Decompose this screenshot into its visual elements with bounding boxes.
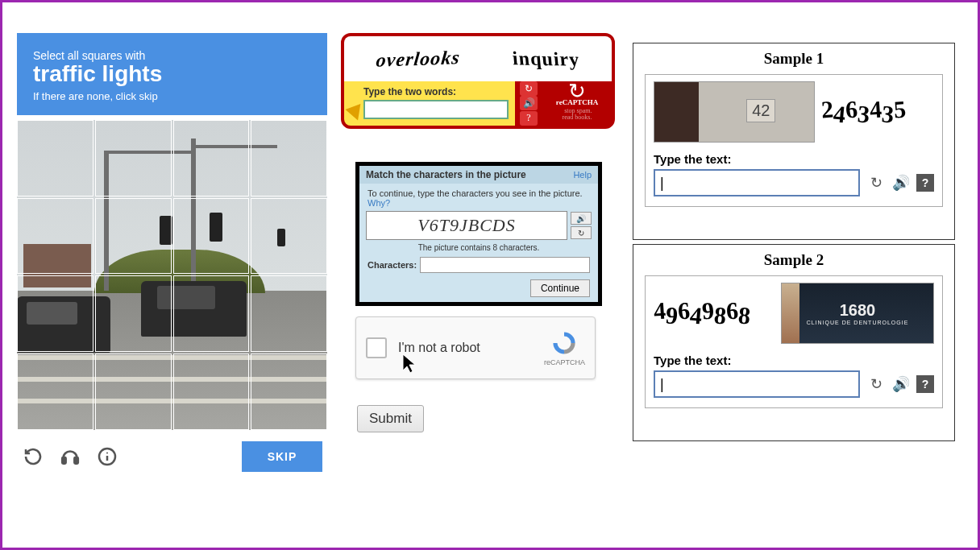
sample-title: Sample 2 [633,245,954,275]
match-title: Match the characters in the picture [366,169,526,180]
audio-icon[interactable]: 🔊 [892,174,908,192]
recaptcha-brand: reCAPTCHA [544,329,585,366]
sign-number: 1680 [840,301,876,320]
grid-captcha-header: Select all squares with traffic lights I… [17,33,327,115]
grid-body [17,120,327,430]
characters-label: Characters: [368,260,417,270]
image-grid-captcha: Select all squares with traffic lights I… [17,33,327,472]
classic-icon-column: ↻ 🔊 ? [515,81,542,126]
recaptcha-brand-name: reCAPTCHA [556,98,598,106]
grid-cell[interactable] [173,198,250,275]
refresh-icon[interactable]: ↻ [868,174,884,192]
captcha-word-1: overlooks [376,47,462,72]
match-captcha-image: V6T9JBCDS [366,211,567,240]
classic-prompt: Type the two words: [363,86,509,97]
classic-recaptcha-bottom: Type the two words: ↻ 🔊 ? ↻ reCAPTCHA st… [344,81,612,126]
classic-input-area: Type the two words: [344,81,515,126]
continue-button[interactable]: Continue [530,279,590,297]
grid-target: traffic lights [33,62,311,87]
grid-cell[interactable] [173,354,250,430]
house-number-photo [654,81,815,143]
refresh-icon[interactable]: ↻ [520,81,538,96]
type-text-label: Type the text: [654,147,934,169]
grid-cell[interactable] [95,198,172,275]
refresh-icon[interactable]: ↻ [868,375,884,393]
characters-input[interactable] [420,257,590,273]
grid-instruction-line3: If there are none, click skip [33,90,311,102]
audio-icon[interactable]: 🔊 [892,375,908,393]
svg-rect-1 [74,457,77,464]
captcha-number-image: 2463435 [821,98,934,126]
street-sign-photo: 1680 CLINIQUE DE DENTUROLOGIE [781,283,934,344]
grid-cell[interactable] [251,354,327,430]
match-hint: The picture contains 8 characters. [359,242,598,257]
grid-cell[interactable] [95,275,172,352]
grid-cell[interactable] [173,275,250,352]
sample1-text-input[interactable] [654,169,860,196]
submit-button[interactable]: Submit [357,405,424,432]
svg-rect-0 [62,457,65,464]
grid-cell[interactable] [95,354,172,430]
sample2-text-input[interactable] [654,370,860,398]
audio-icon[interactable]: 🔊 [571,212,592,225]
why-link[interactable]: Why? [368,198,390,208]
type-text-label: Type the text: [654,349,934,370]
grid-cell[interactable] [95,120,172,196]
recaptcha-brand: ↻ reCAPTCHA stop spam. read books. [542,81,612,126]
match-instruction: To continue, type the characters you see… [359,184,598,209]
help-icon[interactable]: ? [916,174,934,192]
classic-input[interactable] [363,100,509,119]
sample-captcha-2: Sample 2 49649868 1680 CLINIQUE DE DENTU… [633,244,955,441]
info-icon[interactable] [96,445,118,468]
recaptcha-logo-icon: ↻ [568,85,586,98]
classic-recaptcha: overlooks inquiry Type the two words: ↻ … [341,33,615,129]
not-a-robot-checkbox[interactable] [366,337,387,358]
sample-title: Sample 1 [633,43,954,74]
help-icon[interactable]: ? [520,111,538,126]
captcha-word-2: inquiry [511,48,580,70]
skip-button[interactable]: SKIP [242,441,322,472]
svg-point-4 [106,452,108,453]
grid-cell[interactable] [251,120,327,196]
grid-footer: SKIP [17,430,327,472]
grid-cell[interactable] [17,275,93,352]
grid-cell[interactable] [17,354,93,430]
grid-cell[interactable] [17,198,93,275]
audio-icon[interactable] [59,445,81,468]
grid-cell[interactable] [251,198,327,275]
mouse-cursor-icon [401,353,417,378]
refresh-icon[interactable] [22,445,44,468]
not-a-robot-label: I'm not a robot [398,341,480,355]
grid-cell[interactable] [173,120,250,196]
classic-recaptcha-image: overlooks inquiry [344,36,612,81]
help-icon[interactable]: ? [916,375,934,393]
recaptcha-tagline: stop spam. read books. [563,108,592,122]
help-link[interactable]: Help [573,170,592,180]
match-characters-captcha: Match the characters in the picture Help… [355,162,602,306]
grid-instruction-line1: Select all squares with [33,49,311,62]
grid-cell[interactable] [17,120,93,196]
captcha-number-image: 49649868 [654,300,774,327]
sign-subtext: CLINIQUE DE DENTUROLOGIE [807,320,909,325]
audio-icon[interactable]: 🔊 [520,96,538,110]
not-a-robot-widget: I'm not a robot reCAPTCHA [355,316,596,379]
sample-captcha-1: Sample 1 2463435 Type the text: ↻ 🔊 ? [633,43,955,240]
refresh-icon[interactable]: ↻ [571,226,592,239]
match-titlebar: Match the characters in the picture Help [359,166,598,184]
grid-cell[interactable] [251,275,327,352]
